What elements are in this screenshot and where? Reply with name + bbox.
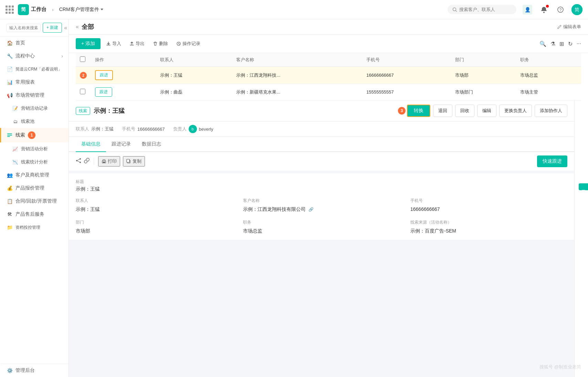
toolbar-more-icon[interactable]: ···	[577, 41, 581, 47]
detail-tabs: 基础信息 跟进记录 数据日志	[69, 137, 574, 152]
sidebar-item-price[interactable]: 💰 产品报价管理	[0, 182, 69, 195]
reclaim-button[interactable]: 回收	[455, 105, 474, 117]
global-search-input[interactable]	[459, 7, 507, 12]
sidebar-item-leads[interactable]: 线索 1	[0, 128, 69, 142]
user-avatar[interactable]: 简	[571, 4, 582, 15]
svg-line-19	[77, 161, 80, 162]
select-all-checkbox[interactable]	[80, 56, 85, 62]
svg-rect-13	[7, 136, 10, 137]
page-header: « 全部 编辑表单	[69, 19, 588, 35]
nav-left: 简 工作台 › CRM客户管理套件	[6, 4, 103, 15]
edit-button[interactable]: 编辑	[477, 105, 496, 117]
change-owner-button[interactable]: 更换负责人	[499, 105, 532, 117]
sidebar-item-admin[interactable]: ⚙️ 管理后台	[0, 364, 69, 377]
sidebar-item-home[interactable]: 🏠 首页	[0, 36, 69, 50]
print-button[interactable]: 打印	[98, 156, 120, 166]
sidebar-item-workflow[interactable]: 🔧 流程中心 ›	[0, 50, 69, 63]
logo: 简 工作台	[18, 4, 46, 15]
leads-badge: 1	[28, 131, 35, 139]
breadcrumb-crm[interactable]: CRM客户管理套件	[59, 7, 103, 13]
edit-icon	[557, 24, 562, 29]
delete-button[interactable]: 删除	[150, 39, 171, 49]
add-collaborator-button[interactable]: 添加协作人	[535, 105, 567, 117]
sidebar-item-leads-pool[interactable]: 🗂 线索池	[0, 115, 69, 128]
owner-avatar: b	[189, 125, 197, 133]
tab-data-log[interactable]: 数据日志	[136, 137, 167, 152]
search-icon	[452, 7, 457, 12]
leads-tag: 线索	[76, 107, 90, 115]
field-source: 线索来源（活动名称） 示例：百度广告-SEM	[410, 219, 567, 234]
export-button[interactable]: 导出	[127, 39, 147, 49]
sidebar-item-after-sales[interactable]: 🛠 产品售后服务	[0, 208, 69, 221]
sidebar-item-customers[interactable]: 👥 客户及商机管理	[0, 169, 69, 182]
sidebar-item-reports[interactable]: 📊 常用报表	[0, 76, 69, 89]
svg-line-18	[77, 159, 80, 160]
toolbar-search-icon[interactable]: 🔍	[539, 41, 546, 47]
detail-title: 示例：王猛	[94, 107, 125, 115]
right-quick-followup[interactable]: 请填写跟进记录	[579, 183, 588, 190]
global-search[interactable]	[448, 5, 516, 14]
leads-pool-icon: 🗂	[12, 118, 18, 125]
sidebar-item-mkt-analysis[interactable]: 📈 营销活动分析	[0, 142, 69, 155]
new-button[interactable]: + 新建	[43, 23, 62, 33]
workflow-arrow: ›	[61, 53, 63, 59]
info-contact: 联系人 示例：王猛	[76, 126, 114, 132]
retreat-button[interactable]: 退回	[433, 105, 452, 117]
sidebar-search-input[interactable]	[6, 24, 41, 32]
edit-form-button[interactable]: 编辑表单	[557, 24, 581, 30]
logo-text[interactable]: 工作台	[31, 6, 46, 13]
toolbar-filter-icon[interactable]: ⚗	[550, 41, 555, 47]
leads-analysis-icon: 📉	[12, 159, 18, 165]
contract-icon: 📋	[7, 198, 13, 204]
user-icon[interactable]: 👤	[522, 4, 533, 15]
share-icon[interactable]	[76, 158, 81, 165]
collapse-icon[interactable]: «	[64, 25, 67, 31]
clock-icon	[176, 41, 181, 46]
toolbar-view-icon[interactable]: ⊞	[559, 41, 564, 47]
collapse-sidebar-btn[interactable]: «	[76, 24, 79, 30]
sidebar-item-leads-analysis[interactable]: 📉 线索统计分析	[0, 155, 69, 169]
row2-customer: 示例：新疆塔克水果...	[232, 84, 362, 100]
notification-icon[interactable]	[538, 4, 549, 15]
copy-button[interactable]: 复制	[123, 156, 145, 166]
row2-followup-button[interactable]: 跟进	[95, 87, 112, 97]
sidebar-item-assets[interactable]: 📁 资档投控管理	[0, 221, 69, 234]
add-button[interactable]: + 添加	[76, 38, 101, 49]
page-title: 全部	[82, 23, 94, 31]
tab-basic-info[interactable]: 基础信息	[76, 137, 106, 152]
sidebar-search-bar: + 新建 «	[0, 19, 69, 36]
customer-link-icon[interactable]: 🔗	[308, 207, 314, 212]
svg-rect-12	[7, 135, 12, 136]
help-icon[interactable]: ?	[555, 4, 566, 15]
convert-button[interactable]: 转换	[407, 105, 430, 117]
sidebar-item-marketing[interactable]: 📢 市场营销管理	[0, 89, 69, 102]
doc-icon: 📄	[7, 66, 13, 72]
row2-dept: 市场部门	[451, 84, 516, 100]
toolbar-refresh-icon[interactable]: ↻	[568, 41, 573, 47]
tab-followup-records[interactable]: 跟进记录	[106, 137, 136, 152]
main-layout: + 新建 « 🏠 首页 🔧 流程中心 › 📄 简道云CRM「必看说明」 📊 常用…	[0, 19, 588, 377]
copy-icon	[126, 159, 131, 164]
import-icon	[106, 41, 111, 46]
quick-followup-button[interactable]: 快速跟进	[537, 155, 567, 167]
app-grid-icon[interactable]	[6, 6, 14, 14]
row1-followup-button[interactable]: 跟进	[95, 70, 113, 80]
detail-fields: 标题 示例：王猛 联系人 示例：王猛 客户名称 示例：江西龙翔科技有限公司	[69, 173, 574, 240]
link-icon[interactable]	[84, 158, 90, 165]
leads-table: 操作 联系人 客户名称 手机号 部门 职务 2	[69, 53, 588, 100]
list-toolbar: + 添加 导入 导出 删除 操作记录 🔍 ⚗ ⊞ ↻ ·	[69, 35, 588, 53]
activity-log-button[interactable]: 操作记录	[174, 39, 203, 49]
row2-checkbox[interactable]	[80, 89, 85, 94]
field-customer: 客户名称 示例：江西龙翔科技有限公司 🔗	[243, 198, 400, 213]
sidebar-item-marketing-activity[interactable]: 📝 营销活动记录	[0, 102, 69, 115]
row1-customer: 示例：江西龙翔科技...	[232, 67, 362, 84]
reports-icon: 📊	[7, 79, 13, 85]
row1-step-badge: 2	[80, 72, 87, 79]
col-dept: 部门	[451, 53, 516, 67]
detail-info-bar: 联系人 示例：王猛 手机号 16666666667 负责人 b beverly	[69, 121, 574, 137]
row1-dept: 市场部	[451, 67, 516, 84]
toolbar-right: 🔍 ⚗ ⊞ ↻ ···	[539, 41, 581, 47]
import-button[interactable]: 导入	[103, 39, 124, 49]
sidebar-item-jiandao[interactable]: 📄 简道云CRM「必看说明」	[0, 63, 69, 76]
sidebar-item-contract[interactable]: 📋 合同/回款/开票管理	[0, 195, 69, 208]
